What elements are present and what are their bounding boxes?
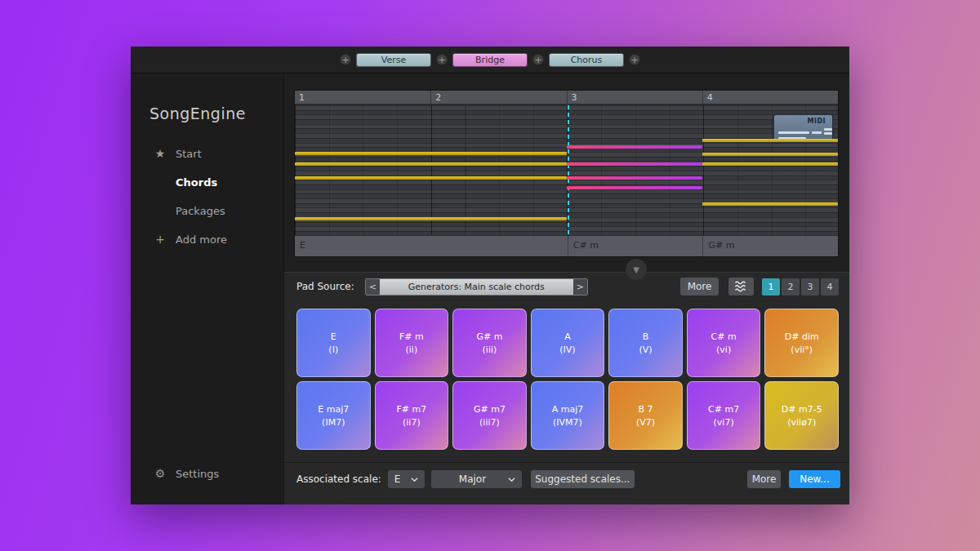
chord-pad[interactable]: E (I) [296,309,371,377]
pad-page-1-button[interactable]: 1 [762,278,780,295]
main-panel: 1 2 3 4 MIDI [284,73,849,504]
add-section-button[interactable]: + [436,54,448,65]
sidebar-item-chords[interactable]: Chords [154,174,217,190]
sidebar-item-packages[interactable]: Packages [154,202,225,219]
chord-pad[interactable]: G# m7 (iii7) [452,381,527,450]
scale-type-value: Major [459,473,486,485]
chords-lines-icon [154,176,167,188]
pad-chord-name: G# m7 [474,404,506,415]
pads-more-button[interactable]: More [680,278,719,295]
chord-region[interactable]: C# m [568,236,703,256]
midi-chip-label: MIDI [807,118,826,125]
prev-arrow-icon[interactable]: < [366,279,380,295]
waves-icon [734,280,748,293]
associated-scale-bar: Associated scale: E Major Suggested scal… [296,469,840,489]
pad-chord-name: C# m7 [708,404,739,415]
pad-source-value[interactable]: Generators: Main scale chords [380,279,573,295]
chord-track: E C# m G# m [295,235,838,256]
measure-number: 4 [702,91,838,104]
measure-number: 2 [430,91,566,104]
pad-chord-name: E maj7 [318,404,349,415]
chord-pad[interactable]: C# m7 (vi7) [687,381,761,450]
midi-note[interactable] [702,162,838,166]
app-logo: SongEngine [149,104,246,122]
pad-chord-name: A [564,331,571,342]
tab-chorus[interactable]: Chorus [549,53,624,67]
chord-region[interactable]: G# m [702,236,838,256]
pad-chord-numeral: (V7) [636,417,655,428]
chord-pad-grid: E (I) F# m (ii) G# m (iii) A (IV) B (V [296,309,839,450]
chevron-down-icon [411,476,418,483]
midi-note[interactable] [295,176,567,180]
next-arrow-icon[interactable]: > [573,279,587,295]
tab-verse[interactable]: Verse [356,53,431,67]
chord-pad[interactable]: B 7 (V7) [608,381,683,450]
pad-source-selector[interactable]: < Generators: Main scale chords > [365,278,588,295]
pad-chord-name: E [331,331,336,342]
suggested-scales-button[interactable]: Suggested scales... [531,470,635,488]
piano-roll[interactable]: MIDI [295,105,838,235]
midi-note[interactable] [295,162,567,166]
pad-chord-numeral: (IM7) [322,417,345,428]
chord-pad[interactable]: E maj7 (IM7) [296,381,371,450]
pad-page-3-button[interactable]: 3 [801,278,819,295]
pad-chord-numeral: (ii) [406,344,418,355]
pad-page-switcher: 1 2 3 4 [762,278,839,295]
chord-pad[interactable]: G# m (iii) [452,309,527,377]
pad-chord-name: B 7 [639,404,653,415]
chord-pad[interactable]: C# m (vi) [687,309,761,377]
chord-pad[interactable]: D# dim (vii°) [764,309,839,377]
new-button[interactable]: New... [789,470,840,488]
scale-type-dropdown[interactable]: Major [431,470,522,488]
add-section-button[interactable]: + [629,54,640,65]
bottom-divider [284,462,849,463]
add-section-button[interactable]: + [340,54,351,65]
midi-note[interactable] [702,153,838,156]
chord-pad[interactable]: F# m (ii) [375,309,449,377]
waves-icon-button[interactable] [728,278,754,295]
chevron-down-icon [508,476,515,483]
tab-bridge[interactable]: Bridge [452,53,528,67]
midi-note[interactable] [702,202,838,206]
midi-note[interactable] [295,152,567,155]
sidebar-item-label: Settings [176,468,219,480]
chord-pad[interactable]: A (IV) [531,309,605,377]
sidebar-item-add-more[interactable]: + Add more [154,231,227,247]
measure-ruler[interactable]: 1 2 3 4 [295,91,838,105]
playhead[interactable] [568,105,569,235]
chord-region[interactable]: E [295,236,568,256]
midi-note[interactable] [567,186,702,189]
pad-chord-name: D# dim [785,331,819,342]
pad-page-2-button[interactable]: 2 [782,278,800,295]
scale-root-value: E [394,473,401,485]
add-section-button[interactable]: + [532,54,544,65]
pad-chord-name: F# m7 [396,404,426,415]
pad-page-4-button[interactable]: 4 [821,278,839,295]
grid-dots-icon [154,210,167,212]
midi-note[interactable] [567,162,702,166]
pad-chord-numeral: (viiø7) [787,417,816,428]
chord-pad[interactable]: A maj7 (IVM7) [531,381,605,450]
pad-chord-numeral: (vii°) [791,344,813,355]
sidebar-item-label: Start [176,148,202,160]
midi-note[interactable] [295,217,567,220]
chord-pad[interactable]: B (V) [608,309,683,377]
pad-chord-name: A maj7 [552,404,584,415]
chevron-down-icon: ▼ [633,265,639,274]
pad-chord-numeral: (ii7) [403,417,421,428]
sidebar-item-start[interactable]: ★ Start [154,145,202,162]
sidebar-item-label: Chords [176,176,217,189]
scale-root-dropdown[interactable]: E [388,470,425,488]
scale-more-button[interactable]: More [747,470,781,488]
midi-note[interactable] [567,145,702,149]
chord-pad[interactable]: D# m7-5 (viiø7) [764,381,839,450]
pad-chord-numeral: (I) [328,344,338,355]
pad-chord-numeral: (IVM7) [553,417,582,428]
midi-note[interactable] [567,176,702,180]
chord-pad[interactable]: F# m7 (ii7) [375,381,449,450]
sidebar: SongEngine ★ Start Chords Packages + Add… [131,73,284,504]
pad-chord-name: G# m [476,331,502,342]
sidebar-item-settings[interactable]: ⚙ Settings [154,465,219,482]
pad-source-row: Pad Source: < Generators: Main scale cho… [296,278,839,295]
midi-note[interactable] [702,139,838,142]
